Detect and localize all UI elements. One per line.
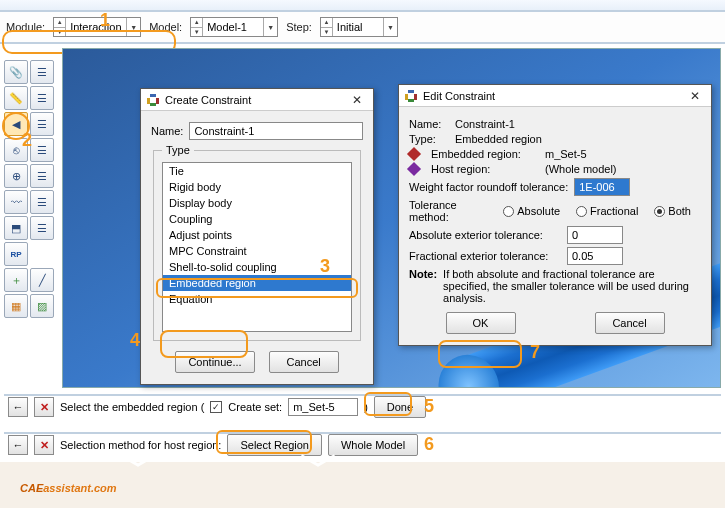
- tool-datum-line-icon[interactable]: ╱: [30, 268, 54, 292]
- highlight-select-region: [216, 430, 312, 454]
- ed-name-label: Name:: [409, 118, 449, 130]
- tool-fastener-icon[interactable]: ⊕: [4, 164, 28, 188]
- list-item[interactable]: Display body: [163, 195, 351, 211]
- model-value: Model-1: [203, 21, 263, 33]
- type-fieldset: Type Tie Rigid body Display body Couplin…: [153, 144, 361, 341]
- svg-rect-2: [156, 98, 159, 104]
- ed-type-value: Embedded region: [455, 133, 542, 145]
- annotation-2: 2: [22, 130, 32, 151]
- region-icon: [407, 162, 421, 176]
- tool-partition2-icon[interactable]: ▨: [30, 294, 54, 318]
- back-icon[interactable]: ←: [8, 435, 28, 455]
- tool-constraint-icon[interactable]: 📏: [4, 86, 28, 110]
- svg-rect-6: [414, 94, 417, 100]
- edit-constraint-dialog: Edit Constraint ✕ Name:Constraint-1 Type…: [398, 84, 712, 346]
- close-icon[interactable]: ✕: [347, 93, 367, 107]
- list-item[interactable]: Rigid body: [163, 179, 351, 195]
- tool-attachment-manager-icon[interactable]: ☰: [30, 216, 54, 240]
- tool-interaction-manager-icon[interactable]: ☰: [30, 60, 54, 84]
- highlight-continue: [160, 330, 248, 358]
- abs-tol-input[interactable]: 0: [567, 226, 623, 244]
- set-name-input[interactable]: m_Set-5: [288, 398, 358, 416]
- radio-fractional[interactable]: Fractional: [576, 205, 638, 217]
- frac-tol-input[interactable]: 0.05: [567, 247, 623, 265]
- create-set-label: Create set:: [228, 401, 282, 413]
- list-item[interactable]: Tie: [163, 163, 351, 179]
- whole-model-button[interactable]: Whole Model: [328, 434, 418, 456]
- tool-connector-manager-icon[interactable]: ☰: [30, 138, 54, 162]
- cancel-button[interactable]: Cancel: [269, 351, 339, 373]
- type-legend: Type: [162, 144, 194, 156]
- tool-find-contact-icon[interactable]: ☰: [30, 112, 54, 136]
- annotation-5: 5: [424, 396, 434, 417]
- region-icon: [407, 147, 421, 161]
- chevron-down-icon[interactable]: ▼: [383, 18, 397, 36]
- list-item[interactable]: Adjust points: [163, 227, 351, 243]
- step-value: Initial: [333, 21, 383, 33]
- radio-absolute[interactable]: Absolute: [503, 205, 560, 217]
- tool-datum-add-icon[interactable]: ＋: [4, 268, 28, 292]
- tool-constraint-manager-icon[interactable]: ☰: [30, 86, 54, 110]
- radio-both[interactable]: Both: [654, 205, 691, 217]
- toolbox: 📎 ☰ 📏 ☰ ◀ ☰ ⎋ ☰ ⊕ ☰ 〰 ☰ ⬒ ☰ RP ＋ ╱ ▦ ▨: [4, 60, 60, 318]
- list-item[interactable]: Coupling: [163, 211, 351, 227]
- note-text: If both absolute and fractional toleranc…: [443, 268, 701, 304]
- highlight-ok: [438, 340, 522, 368]
- frac-tol-label: Fractional exterior tolerance:: [409, 250, 561, 262]
- embedded-value: m_Set-5: [545, 148, 587, 160]
- annotation-1: 1: [100, 10, 110, 31]
- brand-logo: CAEassistant.com: [20, 472, 117, 498]
- cancel-icon[interactable]: ✕: [34, 435, 54, 455]
- back-icon[interactable]: ←: [8, 397, 28, 417]
- prompt-text: Select the embedded region (: [60, 401, 204, 413]
- app-icon: [405, 90, 417, 102]
- tool-wire-manager-icon[interactable]: ☰: [30, 190, 54, 214]
- close-icon[interactable]: ✕: [685, 89, 705, 103]
- tool-reference-point-icon[interactable]: RP: [4, 242, 28, 266]
- host-label: Host region:: [431, 163, 539, 175]
- chevron-down-icon[interactable]: ▼: [263, 18, 277, 36]
- svg-rect-7: [408, 99, 414, 102]
- tool-fastener-manager-icon[interactable]: ☰: [30, 164, 54, 188]
- footer: CAEassistant.com: [0, 462, 725, 508]
- create-dialog-title: Create Constraint: [165, 94, 251, 106]
- embedded-label: Embedded region:: [431, 148, 539, 160]
- highlight-embedded: [156, 278, 358, 298]
- annotation-7: 7: [530, 342, 540, 363]
- svg-rect-0: [150, 94, 156, 97]
- app-icon: [147, 94, 159, 106]
- prompt-embedded-region: ← ✕ Select the embedded region ( ✓ Creat…: [4, 394, 721, 418]
- constraint-name-input[interactable]: Constraint-1: [189, 122, 363, 140]
- model-selector[interactable]: ▲▼ Model-1 ▼: [190, 17, 278, 37]
- annotation-6: 6: [424, 434, 434, 455]
- step-selector[interactable]: ▲▼ Initial ▼: [320, 17, 398, 37]
- abs-tol-label: Absolute exterior tolerance:: [409, 229, 561, 241]
- tool-partition-icon[interactable]: ▦: [4, 294, 28, 318]
- weight-input[interactable]: 1E-006: [574, 178, 630, 196]
- step-label: Step:: [286, 21, 312, 33]
- highlight-done: [364, 392, 412, 416]
- cancel-button[interactable]: Cancel: [595, 312, 665, 334]
- svg-rect-3: [150, 103, 156, 106]
- tool-interaction-icon[interactable]: 📎: [4, 60, 28, 84]
- svg-rect-1: [147, 98, 150, 104]
- ed-name-value: Constraint-1: [455, 118, 515, 130]
- svg-rect-5: [405, 94, 408, 100]
- host-value: (Whole model): [545, 163, 617, 175]
- weight-label: Weight factor roundoff tolerance:: [409, 181, 568, 193]
- prompt-text: Selection method for host region:: [60, 439, 221, 451]
- ok-button[interactable]: OK: [446, 312, 516, 334]
- prompt-host-region: ← ✕ Selection method for host region: Se…: [4, 432, 721, 456]
- constraint-type-list[interactable]: Tie Rigid body Display body Coupling Adj…: [162, 162, 352, 332]
- ed-type-label: Type:: [409, 133, 449, 145]
- tool-attachment-icon[interactable]: ⬒: [4, 216, 28, 240]
- create-set-checkbox[interactable]: ✓: [210, 401, 222, 413]
- cancel-icon[interactable]: ✕: [34, 397, 54, 417]
- note-label: Note:: [409, 268, 437, 280]
- name-label: Name:: [151, 125, 183, 137]
- annotation-3: 3: [320, 256, 330, 277]
- annotation-4: 4: [130, 330, 140, 351]
- edit-dialog-title: Edit Constraint: [423, 90, 495, 102]
- tool-wire-icon[interactable]: 〰: [4, 190, 28, 214]
- svg-rect-4: [408, 90, 414, 93]
